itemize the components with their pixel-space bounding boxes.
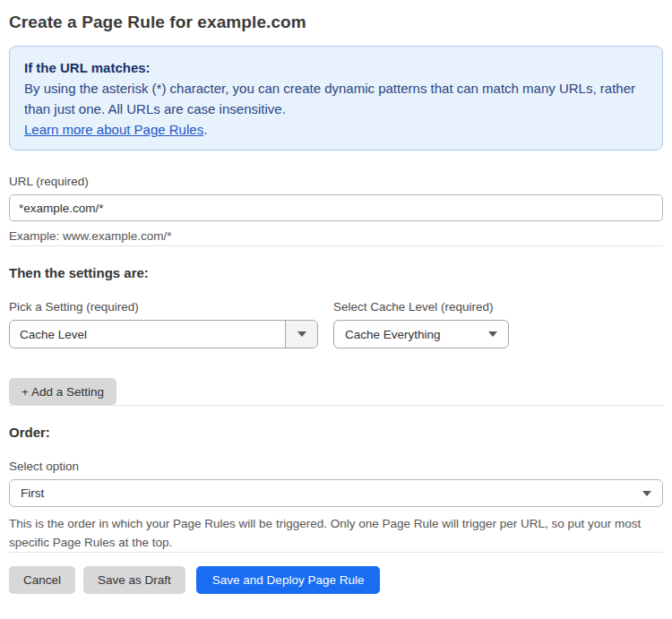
url-example-helper: Example: www.example.com/* — [9, 227, 663, 245]
setting-picker-value: Cache Level — [10, 328, 285, 341]
order-select-label: Select option — [9, 460, 663, 473]
learn-more-link[interactable]: Learn more about Page Rules — [24, 122, 203, 137]
url-field-group: URL (required) Example: www.example.com/… — [9, 175, 663, 245]
settings-row: Pick a Setting (required) Cache Level Se… — [9, 300, 663, 348]
divider — [9, 405, 663, 406]
cache-level-value: Cache Everything — [345, 328, 441, 341]
info-box-heading: If the URL matches: — [24, 57, 648, 78]
url-field-label: URL (required) — [9, 175, 663, 188]
order-value: First — [21, 486, 44, 500]
save-as-draft-button[interactable]: Save as Draft — [83, 566, 185, 594]
add-setting-button[interactable]: + Add a Setting — [9, 378, 116, 405]
divider — [9, 245, 663, 246]
save-and-deploy-button[interactable]: Save and Deploy Page Rule — [196, 566, 381, 594]
page-title: Create a Page Rule for example.com — [9, 13, 663, 32]
form-actions: Cancel Save as Draft Save and Deploy Pag… — [9, 566, 663, 594]
info-box-body: By using the asterisk (*) character, you… — [24, 81, 635, 116]
order-dropdown[interactable]: First — [9, 479, 663, 507]
cancel-button[interactable]: Cancel — [9, 566, 75, 594]
setting-picker-group: Pick a Setting (required) Cache Level — [9, 300, 318, 348]
order-section-heading: Order: — [9, 425, 663, 440]
order-helper-text: This is the order in which your Page Rul… — [9, 514, 659, 552]
chevron-down-icon — [297, 331, 306, 337]
create-page-rule-form: Create a Page Rule for example.com If th… — [0, 0, 672, 605]
url-matches-info-box: If the URL matches: By using the asteris… — [9, 46, 663, 150]
setting-picker-label: Pick a Setting (required) — [9, 300, 318, 314]
url-input[interactable] — [9, 194, 663, 221]
setting-picker-arrow-button[interactable] — [285, 321, 317, 348]
cache-level-dropdown[interactable]: Cache Everything — [333, 320, 509, 348]
chevron-down-icon — [488, 331, 497, 337]
setting-picker-dropdown[interactable]: Cache Level — [9, 320, 318, 348]
cache-level-picker-group: Select Cache Level (required) Cache Ever… — [333, 300, 509, 348]
order-select-group: Select option First This is the order in… — [9, 460, 663, 552]
cache-level-picker-label: Select Cache Level (required) — [333, 300, 509, 314]
settings-section-heading: Then the settings are: — [9, 265, 663, 280]
link-period: . — [203, 122, 207, 137]
chevron-down-icon — [642, 491, 651, 496]
divider — [9, 552, 663, 553]
